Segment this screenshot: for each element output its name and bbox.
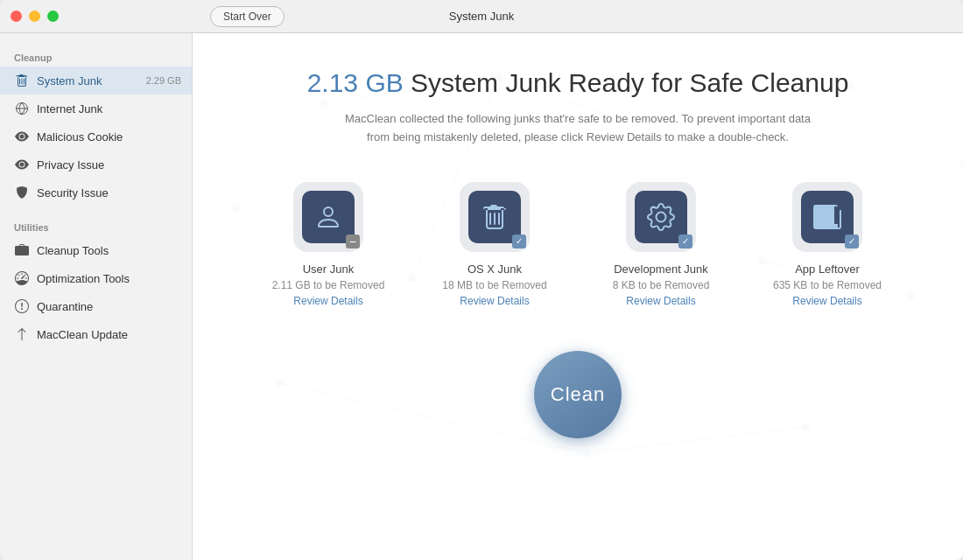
review-details-osx-junk[interactable]: Review Details (460, 295, 529, 307)
card-osx-junk: ✓ OS X Junk 18 MB to be Removed Review D… (425, 182, 565, 307)
sidebar-item-optimization-tools[interactable]: Optimization Tools (0, 264, 192, 292)
minus-badge: − (346, 234, 360, 248)
review-details-dev-junk[interactable]: Review Details (626, 295, 695, 307)
check-badge-osx: ✓ (512, 234, 526, 248)
clean-button[interactable]: Clean (534, 351, 622, 438)
content-description: MacClean collected the following junks t… (333, 110, 823, 147)
card-app-leftover: ✓ App Leftover 635 KB to be Removed Revi… (757, 182, 897, 307)
cleanup-section-label: Cleanup (0, 46, 192, 66)
card-size-osx-junk: 18 MB to be Removed (442, 279, 546, 291)
sidebar-item-cleanup-tools[interactable]: Cleanup Tools (0, 236, 192, 264)
card-size-user-junk: 2.11 GB to be Removed (272, 279, 385, 291)
sidebar-label-macclean-update: MacClean Update (37, 328, 181, 341)
card-size-app-leftover: 635 KB to be Removed (773, 279, 882, 291)
card-size-dev-junk: 8 KB to be Removed (613, 279, 710, 291)
minimize-button[interactable] (29, 10, 40, 22)
sidebar-item-privacy-issue[interactable]: Privacy Issue (0, 150, 192, 178)
close-button[interactable] (11, 10, 22, 22)
main-layout: Cleanup System Junk 2.29 GB Internet Jun… (0, 33, 963, 560)
sidebar: Cleanup System Junk 2.29 GB Internet Jun… (0, 33, 193, 560)
exclamation-icon (14, 298, 30, 314)
check-badge-app: ✓ (845, 234, 859, 248)
cards-row: − User Junk 2.11 GB to be Removed Review… (258, 182, 897, 307)
heading-highlight: 2.13 GB (307, 68, 404, 97)
check-badge-dev: ✓ (678, 234, 692, 248)
review-details-user-junk[interactable]: Review Details (293, 295, 362, 307)
briefcase-icon (14, 242, 30, 258)
sidebar-item-internet-junk[interactable]: Internet Junk (0, 94, 192, 122)
sidebar-label-system-junk: System Junk (37, 74, 146, 88)
speedometer-icon (14, 270, 30, 286)
svg-point-5 (959, 161, 963, 168)
eye-icon (14, 129, 30, 144)
sidebar-item-security-issue[interactable]: Security Issue (0, 178, 192, 206)
trash-icon (14, 73, 30, 88)
card-user-junk: − User Junk 2.11 GB to be Removed Review… (258, 182, 398, 307)
utilities-section-label: Utilities (0, 215, 192, 236)
sidebar-label-privacy-issue: Privacy Issue (37, 158, 181, 172)
svg-point-11 (583, 450, 590, 457)
maximize-button[interactable] (47, 10, 59, 22)
sidebar-item-quarantine[interactable]: Quarantine (0, 292, 192, 320)
start-over-button[interactable]: Start Over (210, 6, 285, 27)
main-heading: 2.13 GB System Junk Ready for Safe Clean… (307, 68, 849, 98)
card-icon-wrap-user-junk: − (293, 182, 363, 252)
main-content: 2.13 GB System Junk Ready for Safe Clean… (193, 33, 963, 560)
sidebar-label-cleanup-tools: Cleanup Tools (37, 244, 181, 257)
shield-icon (14, 185, 30, 200)
sidebar-item-system-junk[interactable]: System Junk 2.29 GB (0, 66, 192, 94)
heading-rest: System Junk Ready for Safe Cleanup (404, 68, 849, 97)
review-details-app-leftover[interactable]: Review Details (792, 295, 861, 307)
card-icon-wrap-app-leftover: ✓ (792, 182, 862, 252)
card-icon-wrap-osx-junk: ✓ (460, 182, 530, 252)
card-name-app-leftover: App Leftover (795, 262, 860, 276)
sidebar-badge-system-junk: 2.29 GB (146, 75, 181, 86)
window-title: System Junk (449, 10, 514, 23)
arrow-up-icon (14, 326, 30, 342)
card-dev-junk: ✓ Development Junk 8 KB to be Removed Re… (591, 182, 731, 307)
window-controls (11, 10, 59, 22)
titlebar: Start Over System Junk (0, 0, 963, 33)
globe-icon (14, 101, 30, 116)
eye-slash-icon (14, 157, 30, 172)
sidebar-label-quarantine: Quarantine (37, 300, 181, 313)
sidebar-label-malicious-cookie: Malicious Cookie (37, 130, 181, 144)
card-name-osx-junk: OS X Junk (467, 262, 522, 276)
card-name-dev-junk: Development Junk (614, 262, 708, 276)
sidebar-item-malicious-cookie[interactable]: Malicious Cookie (0, 122, 192, 150)
sidebar-label-optimization-tools: Optimization Tools (37, 272, 181, 285)
content-inner: 2.13 GB System Junk Ready for Safe Clean… (228, 68, 928, 438)
card-icon-wrap-dev-junk: ✓ (626, 182, 696, 252)
sidebar-label-internet-junk: Internet Junk (37, 102, 181, 116)
sidebar-label-security-issue: Security Issue (37, 186, 181, 200)
sidebar-item-macclean-update[interactable]: MacClean Update (0, 320, 192, 348)
card-name-user-junk: User Junk (303, 262, 355, 276)
